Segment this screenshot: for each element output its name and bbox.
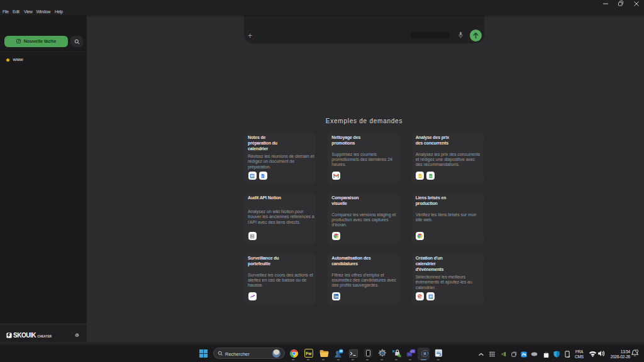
svg-text:Fw: Fw <box>306 351 311 356</box>
svg-text:28: 28 <box>340 349 343 353</box>
svg-text:K: K <box>392 349 395 353</box>
